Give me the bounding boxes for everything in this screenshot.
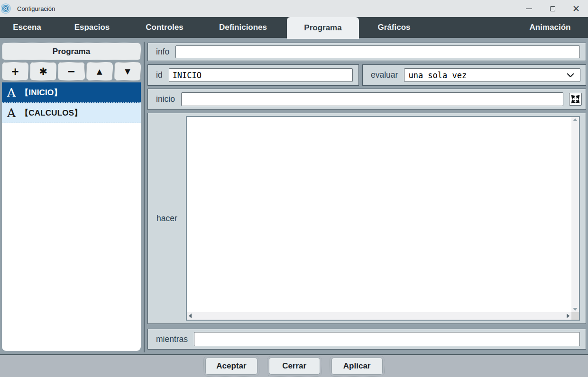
close-icon: ✕ [572, 4, 580, 13]
tab-graficos[interactable]: Gráficos [359, 17, 429, 38]
scroll-right-icon [567, 314, 570, 318]
hacer-label: hacer [148, 113, 186, 323]
list-item-label: 【INICIO】 [20, 87, 62, 98]
expand-editor-button[interactable] [569, 93, 582, 106]
inicio-row: inicio [147, 89, 586, 110]
evaluar-row: evaluar una sola vez [362, 64, 586, 86]
config-tab-bar: Escena Espacios Controles Definiciones P… [0, 17, 588, 38]
info-row: info [147, 43, 586, 61]
dialog-footer: Aceptar Cerrar Aplicar [0, 354, 588, 377]
tabbar-divider [0, 40, 588, 40]
horizontal-scrollbar[interactable] [187, 312, 571, 320]
duplicate-program-button[interactable]: ✱ [30, 62, 56, 81]
mientras-input[interactable] [194, 332, 580, 346]
title-bar: Configuración ✕ [0, 0, 588, 17]
scroll-up-icon [573, 118, 578, 121]
tab-definiciones[interactable]: Definiciones [199, 17, 287, 38]
cancel-button[interactable]: Cerrar [269, 358, 320, 375]
chevron-down-icon [567, 73, 574, 78]
id-input[interactable] [169, 68, 353, 82]
program-list-header: Programa [2, 43, 141, 60]
maximize-icon [550, 6, 555, 11]
scroll-left-icon [189, 314, 192, 318]
algorithm-type-icon: A [7, 107, 16, 119]
minimize-button[interactable] [517, 0, 541, 17]
hacer-editor [186, 116, 580, 321]
hacer-textarea[interactable] [187, 117, 571, 312]
mientras-row: mientras [147, 329, 586, 350]
list-item-label: 【CALCULOS】 [20, 108, 82, 118]
inicio-label: inicio [148, 94, 181, 104]
hacer-row: hacer [147, 113, 586, 324]
app-logo-icon [1, 3, 12, 14]
mientras-label: mientras [148, 334, 194, 344]
info-input[interactable] [175, 45, 580, 58]
window-title: Configuración [17, 5, 55, 12]
tab-controles[interactable]: Controles [130, 17, 199, 38]
program-list-toolbar: + ✱ − ▲ ▼ [2, 62, 141, 81]
close-button[interactable]: ✕ [564, 0, 588, 17]
move-down-button[interactable]: ▼ [114, 62, 141, 81]
accept-button[interactable]: Aceptar [205, 358, 257, 375]
list-item-inicio[interactable]: A 【INICIO】 [2, 82, 141, 103]
algorithm-type-icon: A [7, 87, 16, 99]
add-program-button[interactable]: + [2, 62, 28, 81]
window-controls: ✕ [517, 0, 588, 17]
move-up-button[interactable]: ▲ [86, 62, 113, 81]
evaluar-selected-value: una sola vez [408, 71, 567, 80]
tab-escena[interactable]: Escena [0, 17, 54, 38]
tab-programa[interactable]: Programa [287, 17, 359, 39]
tab-espacios[interactable]: Espacios [54, 17, 130, 38]
info-label: info [148, 47, 175, 57]
panel-divider [144, 42, 145, 352]
tab-animacion[interactable]: Animación [512, 17, 588, 38]
remove-program-button[interactable]: − [58, 62, 84, 81]
maximize-button[interactable] [541, 0, 564, 17]
apply-button[interactable]: Aplicar [331, 358, 383, 375]
program-list: A 【INICIO】 A 【CALCULOS】 [2, 82, 141, 351]
list-item-calculos[interactable]: A 【CALCULOS】 [2, 103, 141, 123]
id-label: id [148, 70, 169, 80]
expand-arrows-icon [571, 95, 580, 104]
evaluar-label: evaluar [363, 70, 404, 80]
vertical-scrollbar[interactable] [571, 117, 579, 312]
inicio-input[interactable] [181, 92, 563, 106]
id-row: id [147, 64, 359, 86]
scrollbar-corner [571, 312, 579, 320]
scroll-down-icon [573, 308, 578, 311]
minimize-icon [526, 9, 532, 9]
evaluar-select[interactable]: una sola vez [404, 68, 580, 82]
